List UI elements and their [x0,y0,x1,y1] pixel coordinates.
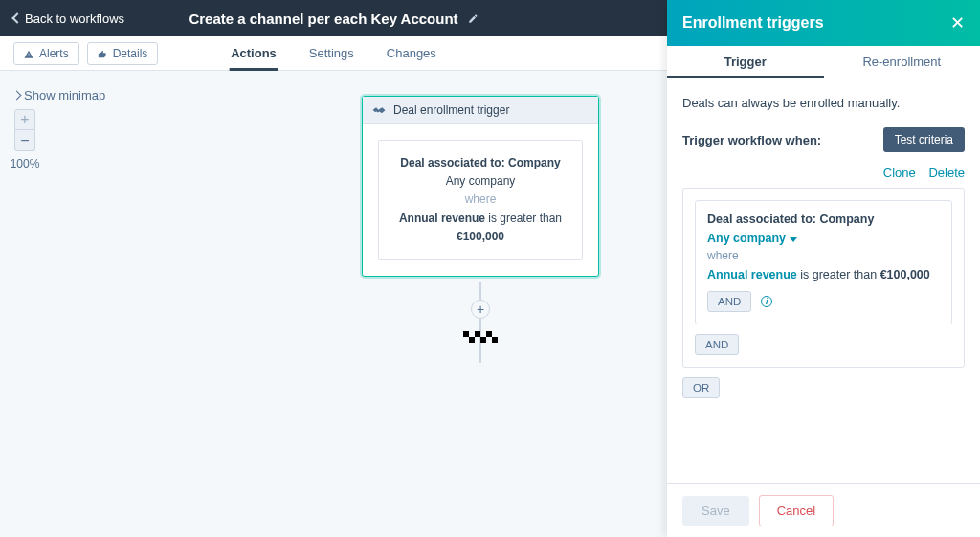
tab-changes[interactable]: Changes [387,36,436,70]
node-any-company: Any company [387,172,574,190]
drawer-title: Enrollment triggers [682,14,824,32]
enrollment-triggers-drawer: Enrollment triggers ✕ Trigger Re-enrollm… [667,0,980,537]
where-text: where [707,249,940,262]
zoom-out-button[interactable]: − [14,130,35,151]
tab-reenrollment[interactable]: Re-enrollment [824,46,981,78]
back-label: Back to workflows [25,11,124,26]
any-company-label: Any company [707,232,786,245]
tab-settings[interactable]: Settings [309,36,354,70]
enrollment-trigger-node[interactable]: Deal enrollment trigger Deal associated … [362,96,599,277]
test-criteria-button[interactable]: Test criteria [883,127,965,152]
details-button[interactable]: Details [87,42,159,65]
drawer-header: Enrollment triggers ✕ [667,0,980,46]
save-button[interactable]: Save [682,496,749,526]
criteria-group: Deal associated to: Company Any company … [682,188,965,368]
and-button-outer[interactable]: AND [695,334,739,355]
info-icon[interactable]: i [761,296,772,307]
details-label: Details [113,47,148,60]
pencil-icon[interactable] [468,13,479,24]
zoom-controls: + − 100% [13,109,36,170]
criteria-card: Deal associated to: Company Any company … [695,200,952,324]
node-where: where [387,190,574,209]
show-minimap-label: Show minimap [24,88,105,102]
node-condition: Annual revenue is greater than [387,210,574,228]
handshake-icon [372,104,386,116]
drawer-tabs: Trigger Re-enrollment [667,46,980,78]
subheader-buttons: Alerts Details [0,42,158,65]
node-value: €100,000 [387,228,574,246]
warning-icon [24,49,33,58]
close-icon[interactable]: ✕ [950,12,965,34]
connector-line [479,282,481,363]
or-button[interactable]: OR [682,377,720,398]
back-to-workflows[interactable]: Back to workflows [0,11,124,26]
node-body: Deal associated to: Company Any company … [363,124,598,276]
tab-trigger[interactable]: Trigger [667,46,824,78]
top-header: Back to workflows Create a channel per e… [0,0,667,36]
drawer-footer: Save Cancel [667,483,980,537]
enroll-note: Deals can always be enrolled manually. [682,96,965,110]
caret-down-icon [790,237,797,242]
node-header: Deal enrollment trigger [363,97,598,124]
trigger-row: Trigger workflow when: Test criteria [682,127,965,152]
alerts-label: Alerts [39,47,69,60]
node-criteria: Deal associated to: Company Any company … [378,140,583,260]
criteria-assoc: Deal associated to: Company [707,213,940,226]
sub-header: Alerts Details Actions Settings Changes [0,36,667,71]
condition-property[interactable]: Annual revenue [707,268,797,281]
any-company-dropdown[interactable]: Any company [707,232,797,245]
alerts-button[interactable]: Alerts [13,42,79,65]
drawer-body: Deals can always be enrolled manually. T… [667,78,980,483]
criteria-action-links: Clone Delete [682,166,965,180]
delete-link[interactable]: Delete [928,166,965,180]
zoom-value: 100% [11,157,40,170]
chevron-left-icon [11,12,22,23]
workflow-title: Create a channel per each Key Account [189,11,457,27]
show-minimap-toggle[interactable]: Show minimap [13,88,105,102]
chevron-right-icon [12,91,22,101]
node-assoc-line: Deal associated to: Company [387,154,574,172]
workflow-canvas[interactable]: Show minimap + − 100% Deal enrollment tr… [0,71,667,537]
inner-and-row: AND i [707,291,940,312]
cancel-button[interactable]: Cancel [759,495,834,526]
end-marker-icon [463,331,498,343]
condition-line: Annual revenue is greater than €100,000 [707,268,940,281]
add-action-button[interactable]: + [471,300,490,319]
workflow-title-wrap: Create a channel per each Key Account [189,11,478,27]
trigger-label: Trigger workflow when: [682,133,821,147]
main-tabs: Actions Settings Changes [231,36,436,70]
and-button-inner[interactable]: AND [707,291,751,312]
clone-link[interactable]: Clone [883,166,916,180]
condition-value: €100,000 [880,268,930,281]
node-title: Deal enrollment trigger [393,103,509,117]
zoom-in-button[interactable]: + [14,109,35,130]
thumbs-up-icon [98,49,107,58]
tab-actions[interactable]: Actions [231,36,277,70]
